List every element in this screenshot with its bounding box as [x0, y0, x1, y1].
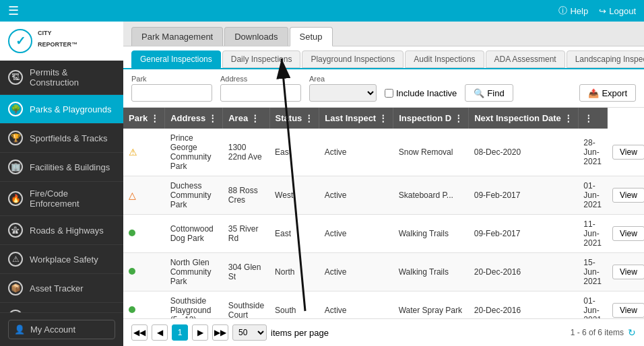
top-bar-left: ☰ [8, 3, 19, 18]
prev-page-button[interactable]: ◀ [152, 324, 168, 341]
sidebar: ✓ CITY REPORTER™ 🏗 Permits & Constructio… [0, 22, 123, 346]
sidebar-icon-fire: 🔥 [8, 191, 23, 206]
content-wrapper: Park ManagementDownloadsSetup General In… [123, 22, 644, 346]
next-page-button[interactable]: ▶ [192, 324, 208, 341]
tab2-daily[interactable]: Daily Inspections [222, 50, 301, 68]
tab2-audit[interactable]: Audit Inspections [405, 50, 484, 68]
sidebar-icon-asset: 📦 [8, 281, 23, 296]
view-button[interactable]: View [612, 303, 644, 318]
sidebar-item-roads[interactable]: 🛣 Roads & Highways [0, 216, 123, 245]
sort-icon[interactable]: ⋮ [564, 113, 573, 123]
tab2-general[interactable]: General Inspections [131, 50, 221, 68]
cell-inspection-d: 09-Feb-2017 [469, 176, 579, 215]
cell-address: 304 Glen St [223, 253, 269, 291]
main-layout: ✓ CITY REPORTER™ 🏗 Permits & Constructio… [0, 22, 644, 346]
help-link[interactable]: ⓘ Help [558, 5, 588, 17]
cell-status-icon [123, 291, 165, 319]
sidebar-item-sportfields[interactable]: 🏆 Sportfields & Tracks [0, 124, 123, 153]
sidebar-label-parks: Parks & Playgrounds [30, 104, 111, 114]
logo-icon: ✓ [8, 29, 32, 53]
cell-active: Active [319, 291, 393, 319]
sidebar-item-parks[interactable]: 🌳 Parks & Playgrounds [0, 95, 123, 124]
sidebar-label-asset: Asset Tracker [30, 283, 83, 293]
area-label: Area [309, 75, 377, 83]
cell-area: East [269, 129, 319, 176]
sidebar-item-time[interactable]: ⏱ Time Tracker [0, 303, 123, 312]
address-filter-group: Address [220, 75, 301, 102]
park-input[interactable] [131, 84, 212, 102]
logo-text: CITY REPORTER™ [38, 30, 77, 53]
include-inactive-checkbox[interactable] [385, 89, 393, 98]
export-button[interactable]: 📤 Export [579, 84, 636, 102]
tab1-setup[interactable]: Setup [290, 27, 333, 46]
cell-action: View [607, 176, 644, 215]
col-inspection-d: Inspection D ⋮ [393, 108, 469, 129]
top-bar-right: ⓘ Help ↪ Logout [558, 5, 636, 17]
cell-next-inspection: 28-Jun-2021 [578, 129, 607, 176]
page-1-button[interactable]: 1 [172, 324, 188, 341]
cell-last-inspect: Walking Trails [393, 253, 469, 291]
tab2-landscaping[interactable]: Landscaping Inspections [567, 50, 644, 68]
cell-park: Cottonwood Dog Park [165, 215, 223, 253]
sort-icon[interactable]: ⋮ [208, 113, 217, 123]
sort-icon[interactable]: ⋮ [304, 113, 313, 123]
sidebar-item-facilities[interactable]: 🏢 Facilities & Buildings [0, 153, 123, 182]
tab-bar-1: Park ManagementDownloadsSetup [123, 22, 644, 46]
sidebar-label-sportfields: Sportfields & Tracks [30, 133, 108, 143]
account-button[interactable]: 👤 My Account [8, 320, 115, 339]
status-dot-green [129, 230, 135, 236]
page-count: 1 - 6 of 6 items [571, 328, 624, 337]
sort-icon[interactable]: ⋮ [150, 113, 159, 123]
sort-icon[interactable]: ⋮ [251, 113, 259, 123]
cell-status-icon [123, 215, 165, 253]
area-select[interactable]: East West North South [309, 84, 377, 102]
sidebar-item-workplace[interactable]: ⚠ Workplace Safety [0, 245, 123, 274]
include-inactive-label: Include Inactive [396, 88, 457, 98]
tab1-downloads[interactable]: Downloads [224, 27, 288, 46]
header-row: Park ⋮ Address ⋮ Area ⋮ Status ⋮ Last In… [123, 108, 644, 129]
cell-next-inspection: 01-Jun-2021 [578, 176, 607, 215]
view-button[interactable]: View [612, 226, 644, 241]
view-button[interactable]: View [612, 145, 644, 160]
cell-status-icon: △ [123, 176, 165, 215]
cell-last-inspect: Snow Removal [393, 129, 469, 176]
sidebar-icon-permits: 🏗 [8, 70, 23, 85]
sidebar-footer: 👤 My Account [0, 312, 123, 346]
sort-icon[interactable]: ⋮ [379, 113, 387, 123]
filter-bar: Park Address Area East West North South [123, 69, 644, 108]
col-park: Park ⋮ [123, 108, 165, 129]
sidebar-label-permits: Permits & Construction [30, 67, 115, 88]
logout-link[interactable]: ↪ Logout [599, 6, 636, 16]
sidebar-item-asset[interactable]: 📦 Asset Tracker [0, 274, 123, 303]
cell-action: View [607, 215, 644, 253]
table-row: Cottonwood Dog Park 35 River Rd East Act… [123, 215, 644, 253]
sort-icon[interactable]: ⋮ [454, 113, 463, 123]
first-page-button[interactable]: ◀◀ [131, 324, 148, 341]
col-status: Status ⋮ [269, 108, 319, 129]
table-body: ⚠ Prince George Community Park 1300 22nd… [123, 129, 644, 318]
col-last-inspect: Last Inspect ⋮ [319, 108, 393, 129]
address-input[interactable] [220, 84, 301, 102]
refresh-icon[interactable]: ↻ [628, 327, 636, 338]
cell-next-inspection: 11-Jun-2021 [578, 215, 607, 253]
tab1-park-mgmt[interactable]: Park Management [131, 27, 223, 46]
tab2-ada[interactable]: ADA Assessment [486, 50, 565, 68]
hamburger-icon[interactable]: ☰ [8, 3, 19, 18]
cell-last-inspect: Water Spray Park [393, 291, 469, 319]
tab2-playground[interactable]: Playground Inspections [302, 50, 404, 68]
status-dot-green [129, 268, 135, 275]
cell-address: 88 Ross Cres [223, 176, 269, 215]
col-actions-menu[interactable]: ⋮ [584, 113, 593, 123]
cell-last-inspect: Walking Trails [393, 215, 469, 253]
cell-active: Active [319, 253, 393, 291]
sidebar-item-permits[interactable]: 🏗 Permits & Construction [0, 61, 123, 95]
view-button[interactable]: View [612, 188, 644, 203]
view-button[interactable]: View [612, 265, 644, 279]
sidebar-label-workplace: Workplace Safety [30, 254, 98, 265]
sidebar-item-fire[interactable]: 🔥 Fire/Code Enforcement [0, 182, 123, 216]
find-button[interactable]: 🔍 Find [465, 84, 513, 102]
last-page-button[interactable]: ▶▶ [212, 324, 228, 341]
per-page-select[interactable]: 50 25 100 [232, 324, 267, 341]
cell-inspection-d: 08-Dec-2020 [469, 129, 579, 176]
inspections-table: Park ⋮ Address ⋮ Area ⋮ Status ⋮ Last In… [123, 108, 644, 318]
